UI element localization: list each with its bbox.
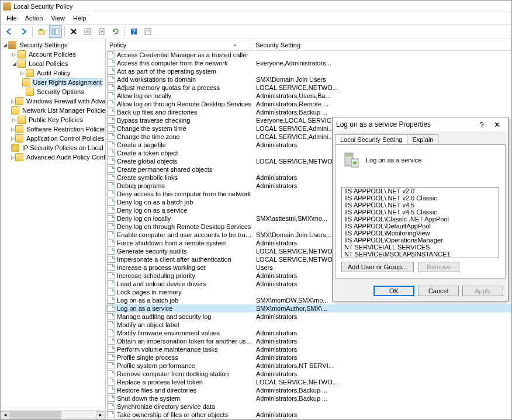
policy-icon <box>107 362 115 369</box>
toolbar-sep-1 <box>32 26 33 37</box>
col-policy[interactable]: Policy ▴ <box>106 39 252 50</box>
principal-item[interactable]: IIS APPPOOL\Classic .NET AppPool <box>342 216 499 223</box>
tree-item[interactable]: ▷Advanced Audit Policy Configuration <box>1 152 105 162</box>
up-button[interactable] <box>35 25 48 38</box>
principal-item[interactable]: IIS APPPOOL\DefaultAppPool <box>342 223 499 230</box>
expand-icon[interactable]: ▷ <box>19 70 26 76</box>
tree-item[interactable]: ▷Application Control Policies <box>1 134 105 143</box>
shield-icon <box>11 144 19 152</box>
tab-explain[interactable]: Explain <box>407 134 438 144</box>
policy-row[interactable]: Back up files and directoriesAdministrat… <box>106 108 511 116</box>
sort-asc-icon: ▴ <box>234 42 236 47</box>
principal-item[interactable]: IIS APPPOOL\.NET v4.5 <box>342 202 499 209</box>
policy-row[interactable]: Shut down the systemAdministrators,Backu… <box>106 394 511 402</box>
policy-row[interactable]: Access this computer from the networkEve… <box>106 59 511 67</box>
policy-row[interactable]: Add workstations to domainSMX\Domain Joi… <box>106 75 511 84</box>
policy-row[interactable]: Remove computer from docking stationAdmi… <box>106 370 511 378</box>
extra-button[interactable] <box>141 25 154 38</box>
expand-icon[interactable]: ▷ <box>11 154 15 160</box>
expand-icon[interactable]: ▷ <box>11 136 15 141</box>
policy-row[interactable]: Take ownership of files or other objects… <box>106 411 511 419</box>
dialog-help-button[interactable]: ? <box>474 119 489 130</box>
policy-name: Access Credential Manager as a trusted c… <box>117 51 254 58</box>
export-button[interactable] <box>95 25 108 38</box>
expand-icon[interactable]: ◢ <box>2 42 8 48</box>
properties-button[interactable] <box>81 25 94 38</box>
tree-item[interactable]: ▷Audit Policy <box>1 68 105 78</box>
ok-button[interactable]: OK <box>373 286 414 296</box>
scroll-thumb[interactable] <box>10 411 61 419</box>
scroll-track[interactable] <box>10 411 96 419</box>
policy-name: Change the system time <box>117 125 254 132</box>
cancel-button[interactable]: Cancel <box>418 286 459 296</box>
principal-item[interactable]: IIS APPPOOL\.NET v2.0 Classic <box>342 195 499 202</box>
policy-row[interactable]: Adjust memory quotas for a processLOCAL … <box>106 84 511 92</box>
remove-button[interactable]: Remove <box>418 262 459 272</box>
expand-icon[interactable]: ▷ <box>11 98 15 104</box>
policy-row[interactable]: Perform volume maintenance tasksAdminist… <box>106 345 511 353</box>
policy-row[interactable]: Act as part of the operating system <box>106 67 511 75</box>
menu-help[interactable]: Help <box>70 13 90 23</box>
principal-item[interactable]: IIS APPPOOL\.NET v2.0 <box>342 188 499 195</box>
tree-item[interactable]: ◢Local Policies <box>1 59 105 68</box>
tab-local-security-setting[interactable]: Local Security Setting <box>335 134 407 144</box>
tree-item[interactable]: ▷Windows Firewall with Advanced Sec <box>1 96 105 106</box>
policy-row[interactable]: Allow log on through Remote Desktop Serv… <box>106 100 511 108</box>
principal-item[interactable]: IIS APPPOOL\.NET v4.5 Classic <box>342 209 499 216</box>
show-hide-tree-button[interactable] <box>49 25 62 38</box>
menu-view[interactable]: View <box>47 13 68 23</box>
policy-row[interactable]: Access Credential Manager as a trusted c… <box>106 51 511 59</box>
policy-row[interactable]: Replace a process level tokenLOCAL SERVI… <box>106 378 511 386</box>
policy-setting: Administrators,Backup ... <box>254 109 510 116</box>
tree-item[interactable]: User Rights Assignment <box>1 78 105 87</box>
col-setting[interactable]: Security Setting <box>252 39 511 50</box>
policy-icon <box>107 76 115 83</box>
menu-action[interactable]: Action <box>22 13 47 23</box>
policy-row[interactable]: Allow log on locallyAdministrators,Users… <box>106 92 511 100</box>
tree-item[interactable]: IP Security Policies on Local Compute <box>1 143 105 152</box>
principal-item[interactable]: NT SERVICE\MSOLAP$INSTANCE1 <box>342 251 499 258</box>
tree-item[interactable]: ▷Public Key Policies <box>1 115 105 124</box>
policy-row[interactable]: Modify firmware environment valuesAdmini… <box>106 329 511 337</box>
tree-item[interactable]: ▷Software Restriction Policies <box>1 124 105 134</box>
policy-row[interactable]: Profile single processAdministrators <box>106 353 511 362</box>
apply-button[interactable]: Apply <box>462 286 503 296</box>
tree-item[interactable]: Security Options <box>1 87 105 96</box>
policy-row[interactable]: Restore files and directoriesAdministrat… <box>106 386 511 394</box>
policy-row[interactable]: Manage auditing and security logAdminist… <box>106 313 511 321</box>
policy-icon <box>107 272 115 279</box>
principal-item[interactable]: NT SERVICE\ALL SERVICES <box>342 244 499 251</box>
tree-item[interactable]: Network List Manager Policies <box>1 106 105 115</box>
principal-item[interactable]: IIS APPPOOL\MonitoringView <box>342 230 499 237</box>
policy-row[interactable]: Modify an object label <box>106 321 511 329</box>
delete-button[interactable] <box>67 25 80 38</box>
forward-button[interactable] <box>17 25 30 38</box>
principal-item[interactable]: IIS APPPOOL\OperationsManager <box>342 237 499 244</box>
scroll-right-icon[interactable]: ► <box>96 411 105 419</box>
back-button[interactable] <box>3 25 16 38</box>
principals-listbox[interactable]: IIS APPPOOL\.NET v2.0IIS APPPOOL\.NET v2… <box>341 187 499 258</box>
expand-icon[interactable]: ▷ <box>11 51 18 57</box>
help-button[interactable]: ? <box>127 25 140 38</box>
col-setting-label: Security Setting <box>255 41 300 48</box>
tree-pane[interactable]: ◢ Security Settings ▷Account Policies◢Lo… <box>1 39 106 419</box>
tree-hscroll[interactable]: ◄ ► <box>1 410 105 419</box>
expand-icon[interactable]: ▷ <box>11 117 18 123</box>
expand-icon[interactable]: ▷ <box>11 126 15 132</box>
tree-item[interactable]: ▷Account Policies <box>1 50 105 59</box>
policy-row[interactable]: Profile system performanceAdministrators… <box>106 362 511 370</box>
policy-setting: LOCAL SERVICE,NETWO... <box>254 84 510 91</box>
policy-row[interactable]: Synchronize directory service data <box>106 402 511 411</box>
add-user-button[interactable]: Add User or Group... <box>341 262 414 272</box>
policy-icon <box>107 256 115 263</box>
policy-row[interactable]: Obtain an impersonation token for anothe… <box>106 337 511 345</box>
menu-file[interactable]: File <box>3 13 20 23</box>
policy-setting: Administrators,Remote ... <box>254 100 510 107</box>
expand-icon[interactable]: ◢ <box>11 61 18 67</box>
refresh-button[interactable] <box>109 25 122 38</box>
dialog-close-button[interactable]: ✕ <box>489 119 504 130</box>
tree-root[interactable]: ◢ Security Settings <box>1 40 105 50</box>
principal-item[interactable]: NT SERVICE\MSSQL$INSTANCE1 <box>342 258 499 258</box>
scroll-left-icon[interactable]: ◄ <box>1 411 10 419</box>
policy-row[interactable]: Log on as a serviceSMX\momAuthor,SMX\... <box>106 304 511 313</box>
